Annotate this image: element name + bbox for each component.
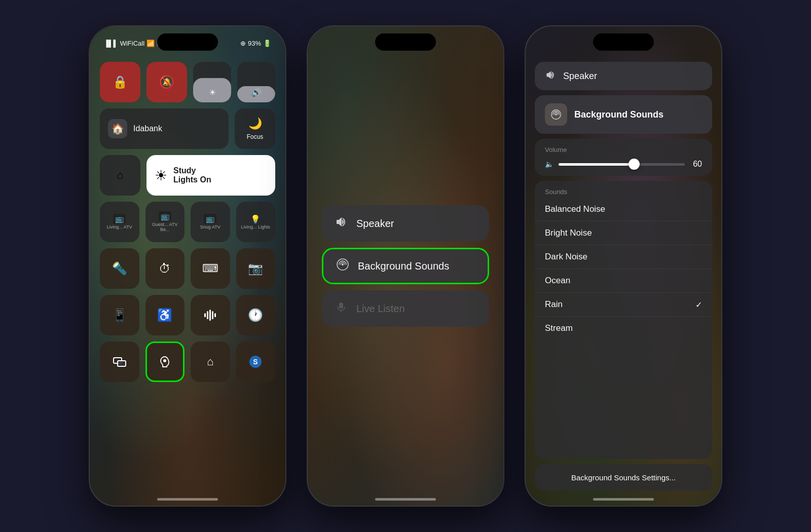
hearing-button[interactable] (145, 341, 185, 382)
clock-button[interactable]: 🕐 (236, 295, 276, 335)
svg-rect-6 (118, 361, 126, 366)
atv-label-2: Guest... ATV Be... (149, 222, 182, 233)
svg-rect-4 (214, 313, 216, 317)
moon-icon: 🌙 (248, 117, 262, 130)
dynamic-island-3 (593, 33, 654, 51)
lock-icon: 🔒 (113, 75, 128, 89)
home-control-button[interactable]: ⌂ (191, 341, 230, 382)
cc-row5: 🔦 ⏱ ⌨ 📷 (100, 248, 275, 289)
atv-living[interactable]: 📺 Living... ATV (100, 202, 139, 242)
atv-label-3: Snug ATV (200, 225, 220, 230)
phone-1: ▐▌▌ WiFiCall 📶 VPN ⊕ 93% 🔋 🔒 🔕 ☀ (89, 25, 286, 507)
sound-item-stream[interactable]: Stream (535, 317, 712, 340)
camera-button[interactable]: 📷 (236, 248, 276, 289)
atv-label-4: Living... Lights (241, 225, 270, 230)
background-sounds-panel: Speaker Background Sounds Volume 🔈 (535, 62, 712, 490)
volume-section-label: Volume (545, 146, 702, 154)
sounds-section: Sounds Balanced Noise Bright Noise Dark … (535, 181, 712, 459)
home-bar-3 (593, 498, 654, 501)
study-lights-tile[interactable]: ☀ Study Lights On (146, 155, 275, 196)
status-right: ⊕ 93% 🔋 (240, 40, 271, 47)
hearing-icon (158, 355, 172, 369)
homekit-icon: ⌂ (117, 169, 123, 182)
sound-item-balanced[interactable]: Balanced Noise (535, 198, 712, 221)
home-icon: 🏠 (108, 119, 127, 138)
svg-point-15 (555, 113, 557, 116)
bg-sounds-settings-button[interactable]: Background Sounds Settings... (535, 464, 712, 490)
sound-item-rain[interactable]: Rain ✓ (535, 293, 712, 317)
background-sounds-icon-2 (336, 258, 350, 274)
home-bar-1 (157, 498, 218, 501)
remote-icon: 📱 (112, 308, 127, 322)
wifi-icon: 📶 (146, 40, 155, 47)
sound-item-ocean[interactable]: Ocean (535, 269, 712, 293)
soundcheck-button[interactable] (191, 295, 230, 335)
sound-item-dark[interactable]: Dark Noise (535, 245, 712, 269)
volume-thumb (629, 159, 640, 170)
atv-guest[interactable]: 📺 Guest... ATV Be... (145, 202, 185, 242)
atv-label-1: Living... ATV (107, 225, 132, 230)
bg-sounds-settings-label: Background Sounds Settings... (571, 473, 676, 482)
home-bar-2 (375, 498, 436, 501)
bell-slash-icon: 🔕 (159, 75, 174, 89)
brightness-slider[interactable]: ☀ (193, 62, 231, 102)
background-sounds-label-2: Background Sounds (358, 260, 475, 272)
calculator-icon: ⌨ (202, 262, 218, 275)
volume-slider[interactable]: 🔊 (237, 62, 275, 102)
flashlight-icon: 🔦 (112, 261, 127, 276)
volume-row: 🔈 60 (545, 160, 702, 169)
flashlight-button[interactable]: 🔦 (100, 248, 139, 289)
sun-icon: ☀ (155, 167, 167, 184)
speaker-menu-item[interactable]: Speaker (322, 205, 489, 242)
volume-icon: 🔊 (251, 88, 262, 97)
timer-button[interactable]: ⏱ (145, 248, 185, 289)
study-text-group: Study Lights On (173, 166, 211, 184)
remote-button[interactable]: 📱 (100, 295, 139, 335)
bg-sounds-icon (545, 103, 567, 126)
network-tile[interactable]: 🏠 Idabank (100, 108, 229, 149)
live-listen-menu-item[interactable]: Live Listen (322, 290, 489, 327)
homekit-button[interactable]: ⌂ (100, 155, 140, 196)
svg-rect-1 (207, 311, 208, 319)
study-line2: Lights On (173, 175, 211, 184)
mute-button[interactable]: 🔕 (146, 62, 187, 102)
sound-name-ocean: Ocean (545, 276, 702, 286)
speaker-header-icon (545, 69, 556, 83)
lamp-icon: 💡 (250, 214, 261, 224)
volume-section: Volume 🔈 60 (535, 139, 712, 176)
background-sounds-menu-item[interactable]: Background Sounds (322, 248, 489, 284)
cc-row1: 🔒 🔕 ☀ 🔊 (100, 62, 275, 102)
screen-mirror-button[interactable] (100, 341, 139, 382)
volume-track[interactable] (559, 163, 685, 166)
focus-label: Focus (247, 133, 264, 140)
dynamic-island-1 (157, 33, 218, 51)
accessibility-button[interactable]: ♿ (145, 295, 185, 335)
brightness-icon: ☀ (209, 88, 216, 97)
shazam-button[interactable]: S (236, 341, 276, 382)
volume-fill (559, 163, 634, 166)
speaker-header: Speaker (535, 62, 712, 90)
timer-icon: ⏱ (159, 261, 171, 276)
bg-sounds-tile[interactable]: Background Sounds (535, 95, 712, 134)
appletv-icon-3: 📺 (204, 214, 216, 224)
sound-item-bright[interactable]: Bright Noise (535, 221, 712, 245)
calculator-button[interactable]: ⌨ (191, 248, 230, 289)
sound-name-rain: Rain (545, 299, 695, 310)
battery-percent: 93% (248, 40, 261, 47)
lock-button[interactable]: 🔒 (100, 62, 140, 102)
cc-row6: 📱 ♿ 🕐 (100, 295, 275, 335)
appletv-icon-2: 📺 (159, 211, 171, 221)
cc-row2: 🏠 Idabank 🌙 Focus (100, 108, 275, 149)
cc-row3: ⌂ ☀ Study Lights On (100, 155, 275, 196)
cc-row4-atv: 📺 Living... ATV 📺 Guest... ATV Be... 📺 S… (100, 202, 275, 242)
bg-sounds-label: Background Sounds (574, 109, 663, 120)
svg-rect-3 (212, 311, 213, 319)
sound-name-stream: Stream (545, 323, 702, 333)
live-listen-label: Live Listen (356, 303, 477, 315)
home-label: Idabank (133, 124, 162, 133)
focus-button[interactable]: 🌙 Focus (235, 108, 275, 149)
atv-snug[interactable]: 📺 Snug ATV (191, 202, 230, 242)
location-icon: ⊕ (240, 40, 246, 47)
screen-mirror-icon (113, 355, 127, 369)
atv-lights[interactable]: 💡 Living... Lights (236, 202, 276, 242)
